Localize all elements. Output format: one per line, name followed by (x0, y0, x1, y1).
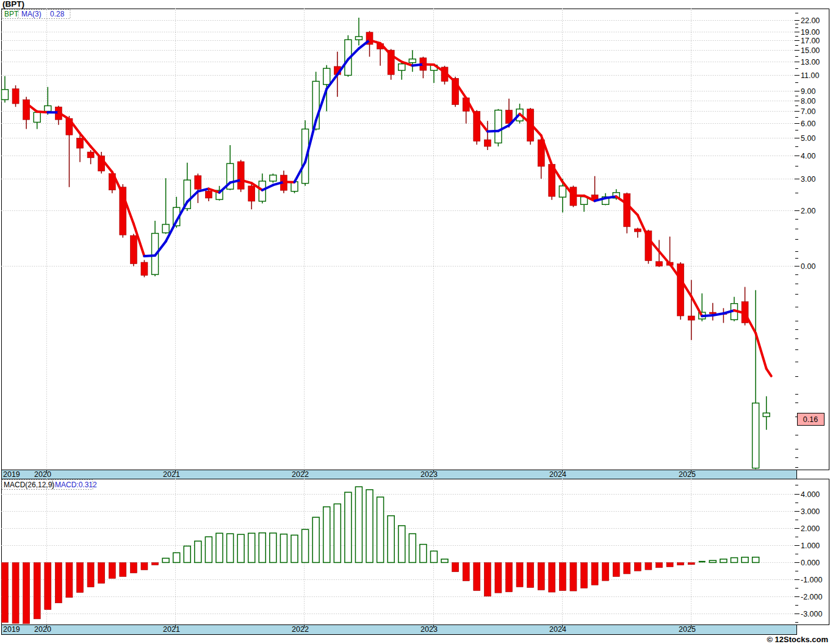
candle-body-down (141, 262, 148, 276)
candle-body-up (763, 413, 770, 417)
macd-bar (173, 553, 180, 562)
axis-tick-label: 8.00 (801, 97, 815, 106)
candle-body-down (77, 138, 84, 148)
macd-bar (45, 562, 51, 609)
candle-body-down (87, 152, 94, 158)
macd-legend-label: MACD(26,12,9) (4, 481, 54, 489)
macd-bar (656, 562, 663, 567)
macd-bar (184, 546, 190, 562)
candle-body-up (409, 59, 416, 63)
ma3-segment (413, 64, 424, 65)
candle-body-up (270, 175, 276, 181)
macd-bar (388, 516, 394, 563)
candle-body-up (34, 112, 40, 122)
candle-body-down (688, 316, 695, 320)
axis-tick-label: -2.000 (801, 593, 822, 601)
macd-bar (323, 507, 330, 562)
x-axis-band-macd (1, 624, 796, 634)
main-price-panel (1, 9, 829, 470)
axis-tick-label: -1.000 (801, 576, 822, 584)
macd-bar (270, 533, 276, 562)
macd-bar (474, 562, 480, 590)
macd-bar (109, 562, 115, 578)
axis-tick-label: 0.00 (801, 262, 815, 271)
macd-bar (87, 562, 94, 587)
macd-bar (205, 537, 212, 562)
macd-bar (259, 533, 265, 563)
macd-bar (484, 562, 491, 596)
candle-body-down (709, 312, 716, 313)
macd-legend: MACD(26,12,9) MACD:0.312 (2, 480, 97, 490)
candle-body-up (752, 403, 759, 468)
x-axis-band-main (1, 470, 796, 479)
axis-tick-label: 4.00 (801, 152, 815, 160)
macd-bar (130, 562, 137, 573)
axis-tick-label: 15.00 (801, 46, 820, 55)
macd-bar (355, 487, 362, 562)
candle-body-down (484, 140, 491, 146)
candle-body-down (130, 235, 137, 263)
macd-bar (366, 490, 373, 562)
macd-bar (645, 562, 652, 570)
macd-bar (2, 562, 9, 622)
candle-body-down (205, 191, 212, 198)
macd-bar (634, 562, 641, 571)
macd-bar (237, 534, 244, 562)
macd-bar (302, 529, 309, 562)
macd-bar (409, 534, 416, 562)
macd-bar (291, 535, 298, 562)
axis-tick-label: 13.00 (801, 58, 820, 66)
legend-ma-value: 0.28 (50, 10, 65, 18)
axis-tick-label: 1.000 (801, 542, 820, 550)
axis-tick-label: 0.000 (801, 559, 820, 567)
macd-bar (120, 562, 126, 576)
macd-bar (162, 558, 169, 562)
macd-bar (538, 562, 544, 590)
axis-tick-label: 11.00 (801, 71, 819, 80)
legend-ma-label: MA(3) (21, 10, 42, 18)
year-label: 2024 (549, 625, 566, 634)
axis-tick-label: 19.00 (801, 28, 820, 37)
macd-bar (12, 562, 19, 623)
macd-bar (570, 562, 577, 591)
candle-body-up (355, 37, 362, 40)
chart-canvas: (BPT) 22.0019.0017.0015.0013.0011.009.00… (0, 0, 830, 644)
macd-bar (441, 559, 448, 563)
macd-bar (34, 562, 40, 618)
main-legend: BPT MA(3) 0.28 (2, 10, 70, 19)
ma3-segment (702, 315, 713, 316)
year-label: 2019 (3, 470, 20, 479)
year-label: 2020 (34, 625, 51, 634)
macd-bar (195, 541, 201, 562)
macd-bar (345, 492, 352, 562)
axis-tick-label: 9.00 (801, 87, 815, 96)
macd-bar (227, 534, 234, 562)
macd-bar (580, 562, 587, 588)
macd-bar (141, 562, 148, 570)
macd-bar (624, 562, 630, 574)
macd-bar (720, 559, 727, 563)
price-tag-value: 0.16 (803, 415, 818, 424)
axis-tick-label: -3.000 (801, 610, 822, 618)
macd-bar (709, 560, 716, 562)
legend-symbol: BPT (4, 10, 19, 18)
ma3-segment (37, 112, 48, 112)
candle-body-down (12, 88, 19, 104)
macd-bar (549, 562, 555, 592)
macd-bar (152, 562, 159, 565)
axis-tick-label: 4.000 (801, 490, 820, 499)
macd-bar (463, 562, 469, 581)
macd-bar (420, 545, 427, 563)
stock-chart-page: (BPT) 22.0019.0017.0015.0013.0011.009.00… (0, 0, 830, 644)
candle-body-up (2, 90, 9, 100)
ma3-segment (605, 196, 616, 198)
year-label: 2025 (679, 470, 696, 479)
year-label: 2020 (34, 470, 51, 479)
macd-bar (77, 562, 84, 592)
macd-bar (312, 517, 319, 562)
candle-body-down (195, 176, 201, 189)
macd-bar (55, 562, 62, 603)
axis-tick-label: 2.000 (801, 524, 820, 533)
candle-body-down (656, 262, 663, 267)
macd-bar (688, 562, 695, 564)
